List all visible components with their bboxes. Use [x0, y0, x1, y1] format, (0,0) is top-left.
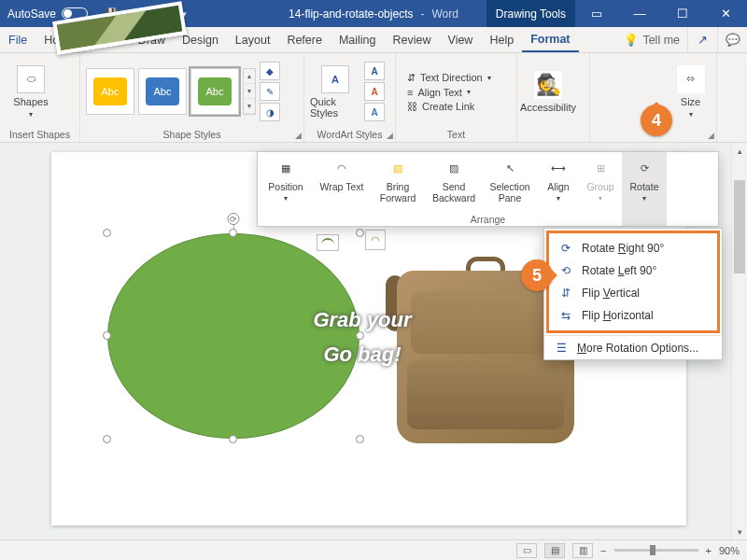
text-fill-button[interactable]: A — [364, 62, 385, 80]
rotate-menu: ⟳Rotate Right 90° ⟲Rotate Left 90° ⇵Flip… — [543, 228, 723, 360]
tab-file[interactable]: File — [0, 27, 35, 52]
menu-rotate-left-90[interactable]: ⟲Rotate Left 90° — [549, 259, 717, 282]
resize-handle-se[interactable] — [356, 435, 364, 443]
accessibility-label: Accessibility — [520, 102, 576, 113]
text-effects-button[interactable]: A — [364, 103, 385, 121]
lightbulb-icon: 💡 — [624, 33, 639, 47]
vertical-scrollbar[interactable]: ▴ ▾ — [731, 143, 747, 539]
tab-help[interactable]: Help — [481, 27, 522, 52]
arrange-panel-label: Arrange — [258, 214, 718, 225]
accessibility-button[interactable]: 🕵 Accessibility — [523, 58, 573, 125]
align-icon: ⟷ — [545, 157, 571, 179]
arrange-panel: ▦Position▾ ◠Wrap Text ▧Bring Forward ▨Se… — [257, 151, 719, 227]
dialog-launcher-icon[interactable]: ◢ — [708, 131, 714, 140]
tab-format[interactable]: Format — [522, 27, 578, 52]
create-link-button[interactable]: ⛓Create Link — [407, 101, 491, 112]
resize-handle-sw[interactable] — [103, 435, 111, 443]
shapes-label: Shapes — [13, 96, 48, 107]
quick-styles-label: Quick Styles — [310, 96, 360, 119]
align-text-icon: ≡ — [407, 87, 413, 98]
resize-handle-w[interactable] — [103, 331, 111, 340]
group-label-text: Text — [402, 127, 511, 140]
chevron-down-icon: ▾ — [29, 110, 33, 119]
share-button[interactable]: ↗ — [687, 27, 717, 52]
resize-handle-n[interactable] — [229, 229, 237, 237]
group-insert-shapes: ⬭ Shapes ▾ Insert Shapes — [0, 53, 80, 142]
accessibility-icon: 🕵 — [534, 71, 562, 99]
tab-references[interactable]: Refere — [278, 27, 331, 52]
app-name: Word — [431, 7, 458, 21]
size-icon: ⬄ — [677, 65, 705, 93]
document-name: 14-flip-and-rotate-objects — [289, 7, 413, 21]
menu-flip-horizontal[interactable]: ⇆Flip Horizontal — [549, 304, 717, 327]
tab-view[interactable]: View — [440, 27, 482, 52]
resize-handle-ne[interactable] — [356, 229, 364, 237]
wordart-options: A A A — [364, 62, 385, 121]
zoom-level[interactable]: 90% — [719, 545, 740, 556]
layout-options-icon: ◠ — [371, 234, 380, 246]
scroll-down-icon[interactable]: ▾ — [732, 524, 747, 539]
group-label-wordart: WordArt Styles — [310, 127, 389, 140]
scroll-up-icon[interactable]: ▴ — [732, 143, 747, 159]
callout-4: 4 — [641, 105, 672, 136]
tell-me-label: Tell me — [642, 34, 680, 47]
window-title: 14-flip-and-rotate-objects - Word — [289, 7, 458, 21]
group-text: ⇵Text Direction▾ ≡Align Text▾ ⛓Create Li… — [396, 53, 517, 142]
group-label-size — [670, 127, 711, 140]
more-options-icon: ☰ — [554, 342, 569, 355]
shape-fill-button[interactable]: ◆ — [260, 62, 280, 80]
layout-options-button[interactable]: ◠ — [365, 230, 386, 250]
minimize-button[interactable]: — — [618, 0, 661, 27]
rotate-right-icon: ⟳ — [558, 242, 573, 255]
shape-style-1[interactable]: Abc — [86, 68, 134, 115]
callout-5: 5 — [521, 259, 553, 291]
group-accessibility: 🕵 Accessibility — [517, 53, 590, 142]
shapes-button[interactable]: ⬭ Shapes ▾ — [6, 58, 56, 125]
shape-effects-button[interactable]: ◑ — [260, 103, 280, 121]
menu-flip-vertical[interactable]: ⇵Flip Vertical — [549, 282, 717, 304]
quick-styles-button[interactable]: A Quick Styles — [310, 58, 360, 125]
tab-layout[interactable]: Layout — [227, 27, 279, 52]
web-layout-icon[interactable]: ▥ — [572, 543, 593, 558]
resize-handle-nw[interactable] — [103, 229, 111, 237]
size-button[interactable]: ⬄ Size ▾ — [670, 58, 711, 125]
resize-handle-s[interactable] — [229, 435, 237, 443]
group-label-insert-shapes: Insert Shapes — [6, 127, 74, 140]
zoom-slider[interactable] — [614, 549, 698, 552]
menu-more-rotation-options[interactable]: ☰More Rotation Options... — [544, 337, 722, 359]
maximize-button[interactable]: ☐ — [661, 0, 704, 27]
flip-vertical-icon: ⇵ — [558, 287, 573, 300]
layout-options-icon[interactable] — [317, 234, 339, 251]
tab-review[interactable]: Review — [385, 27, 440, 52]
window-controls: ▭ — ☐ ✕ — [575, 0, 747, 27]
zoom-in-button[interactable]: + — [706, 545, 712, 556]
align-text-button[interactable]: ≡Align Text▾ — [407, 87, 491, 98]
rotate-handle[interactable]: ⟳ — [228, 213, 240, 225]
close-button[interactable]: ✕ — [704, 0, 747, 27]
ribbon: ⬭ Shapes ▾ Insert Shapes Abc Abc Abc ▴▾▾… — [0, 53, 747, 143]
group-shape-styles: Abc Abc Abc ▴▾▾ ◆ ✎ ◑ Shape Styles ◢ — [80, 53, 304, 142]
flip-horizontal-icon: ⇆ — [558, 309, 573, 322]
menu-rotate-right-90[interactable]: ⟳Rotate Right 90° — [549, 237, 717, 259]
text-outline-button[interactable]: A — [364, 82, 385, 101]
app-separator: - — [420, 7, 424, 21]
comments-button[interactable]: 💬 — [717, 27, 747, 52]
group-wordart-styles: A Quick Styles A A A WordArt Styles ◢ — [304, 53, 396, 142]
dialog-launcher-icon[interactable]: ◢ — [387, 131, 393, 140]
shape-style-3[interactable]: Abc — [190, 68, 239, 115]
ribbon-options-icon[interactable]: ▭ — [575, 0, 618, 27]
shape-styles-more[interactable]: ▴▾▾ — [243, 68, 256, 115]
quick-styles-icon: A — [321, 65, 349, 93]
tell-me-search[interactable]: 💡 Tell me — [616, 27, 687, 52]
autosave-label: AutoSave — [7, 7, 56, 21]
shape-style-2[interactable]: Abc — [138, 68, 187, 115]
shape-outline-button[interactable]: ✎ — [260, 82, 280, 101]
read-mode-icon[interactable]: ▭ — [516, 543, 537, 558]
dialog-launcher-icon[interactable]: ◢ — [295, 131, 302, 140]
print-layout-icon[interactable]: ▤ — [544, 543, 565, 558]
scroll-thumb[interactable] — [734, 180, 745, 273]
text-direction-button[interactable]: ⇵Text Direction▾ — [407, 72, 491, 84]
tab-mailings[interactable]: Mailing — [331, 27, 385, 52]
group-size: ⬄ Size ▾ ◢ — [665, 53, 717, 142]
zoom-out-button[interactable]: − — [600, 545, 606, 556]
